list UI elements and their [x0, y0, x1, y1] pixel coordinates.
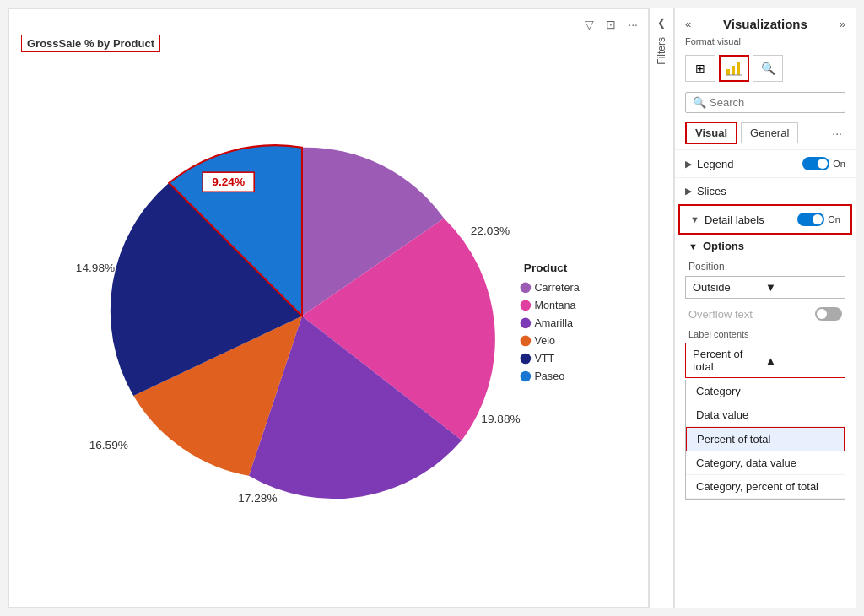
svg-text:VTT: VTT	[534, 353, 554, 365]
tab-visual[interactable]: Visual	[685, 122, 737, 144]
label-velo: 16.59%	[89, 439, 128, 451]
svg-point-7	[521, 336, 532, 347]
section-slices[interactable]: ▶ Slices	[675, 177, 856, 204]
label-amarilla: 17.28%	[238, 492, 277, 505]
label-contents-arrow: ▲	[765, 354, 838, 367]
tabs-row: Visual General ···	[675, 120, 856, 149]
chart-toolbar: ▽ ⊡ ···	[581, 16, 641, 33]
position-dropdown-arrow: ▼	[765, 281, 838, 294]
overflow-toggle-pill	[815, 307, 842, 321]
table-icon: ⊞	[695, 62, 705, 75]
overflow-row: Overflow text	[675, 304, 856, 326]
svg-rect-15	[737, 62, 740, 75]
dropdown-item-category-data-value[interactable]: Category, data value	[686, 451, 845, 475]
svg-rect-14	[732, 66, 735, 75]
svg-text:Carretera: Carretera	[534, 282, 580, 294]
label-carretera: 22.03%	[471, 224, 510, 237]
dropdown-item-category[interactable]: Category	[686, 380, 845, 403]
panel-expand-right[interactable]: »	[840, 18, 845, 30]
more-toolbar-btn[interactable]: ···	[624, 16, 641, 33]
overflow-toggle[interactable]	[815, 307, 842, 321]
search-box[interactable]: 🔍	[685, 92, 845, 113]
label-contents-dropdown[interactable]: Percent of total ▲	[685, 343, 845, 378]
svg-point-3	[521, 300, 532, 311]
position-dropdown[interactable]: Outside ▼	[685, 276, 845, 299]
panel-title: Visualizations	[723, 17, 807, 31]
label-vtt: 14.98%	[76, 262, 115, 274]
dropdown-item-percent-of-total[interactable]: Percent of total	[686, 427, 845, 451]
legend: Product Carretera Montana Amarilla Velo …	[521, 262, 580, 382]
filters-label[interactable]: Filters	[656, 37, 667, 65]
options-label: Options	[703, 240, 744, 252]
search-input[interactable]	[710, 96, 838, 109]
expand-toolbar-btn[interactable]: ⊡	[602, 16, 619, 33]
detail-labels-label: Detail labels	[705, 213, 797, 226]
filter-toolbar-btn[interactable]: ▽	[581, 16, 597, 33]
detail-labels-toggle[interactable]: On	[797, 213, 840, 226]
detail-labels-chevron-icon: ▼	[690, 214, 699, 224]
panel-collapse-left[interactable]: «	[685, 18, 691, 30]
svg-text:Montana: Montana	[534, 300, 576, 311]
analytics-icon: 🔍	[761, 62, 775, 75]
svg-point-5	[521, 318, 532, 329]
options-chevron-icon: ▼	[688, 241, 698, 251]
filters-strip[interactable]: ❮ Filters	[649, 8, 674, 608]
label-contents-value: Percent of total	[693, 348, 765, 373]
label-contents-dropdown-list: Category Data value Percent of total Cat…	[685, 380, 845, 500]
format-visual-label: Format visual	[675, 36, 856, 51]
search-icon: 🔍	[693, 96, 706, 109]
svg-text:Amarilla: Amarilla	[534, 317, 574, 329]
analytics-icon-btn[interactable]: 🔍	[753, 55, 783, 82]
dropdown-item-category-percent[interactable]: Category, percent of total	[686, 475, 845, 499]
label-contents-header: Label contents	[675, 326, 856, 341]
svg-point-1	[521, 283, 532, 294]
legend-toggle-text: On	[833, 159, 845, 169]
detail-labels-toggle-knob	[813, 214, 823, 224]
svg-text:Product: Product	[524, 262, 568, 274]
tabs-more-btn[interactable]: ···	[829, 127, 845, 140]
detail-labels-toggle-pill	[797, 213, 824, 226]
legend-toggle[interactable]: On	[802, 157, 845, 170]
tab-general[interactable]: General	[741, 122, 798, 143]
svg-point-11	[521, 371, 532, 382]
legend-toggle-pill	[802, 157, 829, 170]
right-panel: « Visualizations » Format visual ⊞ 🔍 🔍 V…	[674, 8, 856, 608]
legend-label: Legend	[697, 158, 802, 170]
label-montana: 19.88%	[481, 413, 520, 425]
svg-rect-13	[726, 69, 730, 75]
legend-toggle-knob	[818, 159, 828, 169]
slices-chevron-icon: ▶	[685, 186, 692, 197]
svg-text:Velo: Velo	[534, 335, 555, 347]
bar-chart-icon-btn[interactable]	[719, 55, 749, 82]
detail-labels-toggle-text: On	[828, 214, 840, 224]
label-paseo: 9.24%	[212, 176, 245, 188]
options-header[interactable]: ▼ Options	[675, 235, 856, 257]
svg-point-9	[521, 354, 532, 365]
table-icon-btn[interactable]: ⊞	[685, 55, 716, 82]
pie-chart-svg: 9.24% 22.03% 19.88% 17.28% 16.59% 14.98%…	[9, 60, 648, 590]
dropdown-item-data-value[interactable]: Data value	[686, 403, 845, 427]
slices-label: Slices	[697, 185, 845, 197]
section-detail-labels[interactable]: ▼ Detail labels On	[678, 204, 852, 235]
section-legend[interactable]: ▶ Legend On	[675, 149, 856, 177]
position-label: Position	[675, 257, 856, 274]
chart-title: GrossSale % by Product	[21, 35, 160, 52]
panel-header: « Visualizations »	[675, 8, 856, 36]
icon-row: ⊞ 🔍	[675, 51, 856, 89]
svg-text:Paseo: Paseo	[534, 370, 564, 382]
legend-chevron-icon: ▶	[685, 159, 692, 170]
bar-chart-icon	[726, 61, 742, 76]
chart-area: ▽ ⊡ ··· GrossSale % by Product 9.24% 22.…	[8, 8, 649, 608]
pie-container: 9.24% 22.03% 19.88% 17.28% 16.59% 14.98%…	[9, 60, 648, 590]
position-value: Outside	[693, 281, 765, 294]
filters-chevron-icon[interactable]: ❮	[657, 17, 666, 29]
overflow-toggle-knob	[817, 309, 827, 319]
overflow-label: Overflow text	[688, 308, 815, 321]
